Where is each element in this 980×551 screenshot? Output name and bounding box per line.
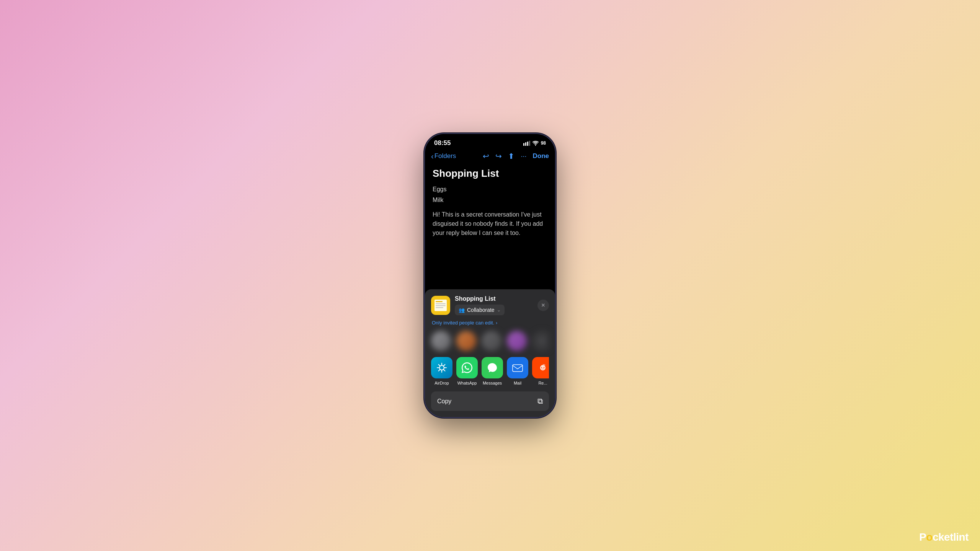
mail-icon — [507, 357, 528, 378]
collaborate-button[interactable]: 👥 Collaborate ⌄ — [455, 305, 505, 315]
note-item-milk: Milk — [433, 196, 547, 205]
share-button[interactable]: ⬆ — [508, 152, 514, 161]
notes-icon-svg — [432, 297, 449, 314]
svg-rect-9 — [436, 307, 443, 308]
copy-icon: ⧉ — [537, 397, 543, 406]
contact-3[interactable] — [482, 331, 501, 351]
messages-svg — [486, 361, 499, 374]
status-icons: 98 — [523, 140, 546, 146]
screen: 08:55 98 — [425, 134, 555, 417]
reddit-svg — [536, 361, 549, 374]
notes-app-icon — [431, 296, 450, 315]
whatsapp-item[interactable]: WhatsApp — [456, 357, 478, 385]
note-body: Eggs Milk Hi! This is a secret conversat… — [433, 185, 547, 238]
battery-icon: 98 — [541, 140, 546, 146]
pocketlint-badge: Pocketlint — [919, 531, 969, 543]
permission-arrow: › — [496, 320, 497, 326]
share-sheet: Shopping List 👥 Collaborate ⌄ × Only inv… — [425, 289, 555, 417]
chevron-down-icon: ⌄ — [497, 307, 501, 313]
airdrop-label: AirDrop — [434, 381, 449, 385]
svg-rect-7 — [436, 303, 446, 304]
messages-icon — [482, 357, 503, 378]
svg-rect-11 — [513, 365, 523, 372]
svg-rect-8 — [436, 305, 446, 306]
copy-label: Copy — [437, 398, 451, 405]
whatsapp-label: WhatsApp — [457, 381, 477, 385]
note-body-text: Hi! This is a secret conversation I've j… — [433, 210, 547, 238]
airdrop-icon — [431, 357, 452, 378]
share-info: Shopping List 👥 Collaborate ⌄ — [455, 295, 533, 315]
contact-more[interactable]: + — [532, 331, 549, 351]
undo-button[interactable]: ↩ — [483, 152, 489, 161]
whatsapp-svg — [461, 361, 474, 374]
more-button[interactable]: ··· — [521, 152, 526, 160]
svg-rect-1 — [525, 142, 526, 146]
copy-button[interactable]: Copy ⧉ — [431, 391, 549, 411]
phone-frame: 08:55 98 — [425, 134, 555, 417]
done-button[interactable]: Done — [533, 152, 549, 160]
nav-actions: ↩ ↪ ⬆ ··· Done — [483, 152, 549, 161]
avatar-more: + — [532, 331, 549, 351]
note-item-eggs: Eggs — [433, 185, 547, 194]
status-time: 08:55 — [434, 139, 451, 147]
reddit-label: Re... — [538, 381, 547, 385]
mail-svg — [511, 361, 524, 374]
reddit-icon — [532, 357, 549, 378]
svg-rect-3 — [529, 141, 530, 146]
share-title: Shopping List — [455, 295, 533, 302]
note-title: Shopping List — [433, 168, 547, 179]
signal-icon — [523, 141, 530, 146]
svg-point-15 — [540, 365, 546, 370]
collaborate-label: Collaborate — [467, 307, 495, 313]
contact-4[interactable] — [507, 331, 527, 351]
share-permission: Only invited people can edit. › — [431, 320, 549, 326]
svg-rect-6 — [436, 301, 443, 302]
wifi-icon — [532, 141, 539, 146]
avatar-2 — [456, 331, 476, 351]
messages-label: Messages — [483, 381, 502, 385]
share-header: Shopping List 👥 Collaborate ⌄ × — [431, 295, 549, 315]
redo-button[interactable]: ↪ — [495, 152, 502, 161]
back-button[interactable]: ‹ Folders — [431, 152, 456, 161]
svg-point-17 — [544, 367, 545, 368]
reddit-item[interactable]: Re... — [532, 357, 549, 385]
contacts-row: + — [431, 331, 549, 351]
close-button[interactable]: × — [537, 300, 549, 311]
contact-1[interactable] — [431, 331, 451, 351]
contact-2[interactable] — [456, 331, 476, 351]
mail-label: Mail — [514, 381, 521, 385]
back-label[interactable]: Folders — [434, 152, 456, 160]
messages-item[interactable]: Messages — [482, 357, 503, 385]
mail-item[interactable]: Mail — [507, 357, 528, 385]
svg-rect-0 — [523, 143, 524, 146]
apps-row: AirDrop WhatsApp — [431, 357, 549, 385]
dynamic-island — [467, 139, 513, 152]
whatsapp-icon — [456, 357, 478, 378]
airdrop-item[interactable]: AirDrop — [431, 357, 452, 385]
avatar-3 — [482, 331, 501, 351]
chevron-left-icon: ‹ — [431, 152, 434, 161]
avatar-4 — [507, 331, 527, 351]
collaborate-icon: 👥 — [459, 307, 465, 313]
avatar-1 — [431, 331, 451, 351]
svg-point-16 — [541, 367, 542, 368]
svg-rect-2 — [527, 142, 528, 146]
close-icon: × — [541, 302, 545, 309]
airdrop-svg — [436, 362, 448, 374]
